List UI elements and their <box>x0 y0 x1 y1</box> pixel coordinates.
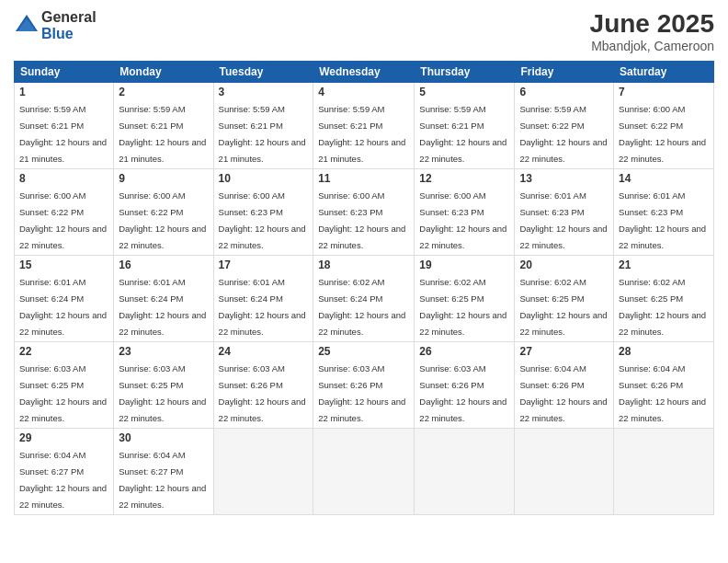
day-info: Sunrise: 6:00 AMSunset: 6:22 PMDaylight:… <box>19 190 107 250</box>
day-info: Sunrise: 6:00 AMSunset: 6:22 PMDaylight:… <box>619 104 706 164</box>
day-number: 17 <box>219 259 309 271</box>
day-info: Sunrise: 6:00 AMSunset: 6:23 PMDaylight:… <box>219 190 306 250</box>
day-info: Sunrise: 6:01 AMSunset: 6:23 PMDaylight:… <box>519 190 607 250</box>
calendar-subtitle: Mbandjok, Cameroon <box>590 39 714 53</box>
day-number: 6 <box>519 86 609 98</box>
day-info: Sunrise: 6:03 AMSunset: 6:26 PMDaylight:… <box>419 363 506 423</box>
day-number: 10 <box>219 172 309 185</box>
day-info: Sunrise: 6:01 AMSunset: 6:24 PMDaylight:… <box>119 277 206 337</box>
calendar-table: Sunday Monday Tuesday Wednesday Thursday… <box>14 61 714 515</box>
page: General Blue June 2025 Mbandjok, Cameroo… <box>0 0 728 563</box>
table-cell: 25 Sunrise: 6:03 AMSunset: 6:26 PMDaylig… <box>313 342 415 429</box>
day-info: Sunrise: 6:00 AMSunset: 6:22 PMDaylight:… <box>119 190 206 250</box>
title-block: June 2025 Mbandjok, Cameroon <box>590 9 714 53</box>
col-thursday: Thursday <box>415 62 515 83</box>
logo-text: General Blue <box>41 9 97 41</box>
day-number: 16 <box>119 259 208 271</box>
day-info: Sunrise: 6:02 AMSunset: 6:24 PMDaylight:… <box>318 277 405 337</box>
day-info: Sunrise: 5:59 AMSunset: 6:21 PMDaylight:… <box>318 104 405 164</box>
day-number: 20 <box>519 259 609 271</box>
table-cell: 19 Sunrise: 6:02 AMSunset: 6:25 PMDaylig… <box>415 256 515 342</box>
day-number: 12 <box>419 172 509 185</box>
table-cell <box>213 429 313 515</box>
table-cell: 15 Sunrise: 6:01 AMSunset: 6:24 PMDaylig… <box>15 256 114 342</box>
week-row-1: 1 Sunrise: 5:59 AMSunset: 6:21 PMDayligh… <box>15 83 714 169</box>
table-cell: 24 Sunrise: 6:03 AMSunset: 6:26 PMDaylig… <box>213 342 313 429</box>
day-number: 13 <box>519 172 609 185</box>
day-info: Sunrise: 5:59 AMSunset: 6:22 PMDaylight:… <box>519 104 607 164</box>
table-cell: 13 Sunrise: 6:01 AMSunset: 6:23 PMDaylig… <box>515 169 614 256</box>
table-cell: 23 Sunrise: 6:03 AMSunset: 6:25 PMDaylig… <box>114 342 213 429</box>
table-cell: 2 Sunrise: 5:59 AMSunset: 6:21 PMDayligh… <box>114 83 213 169</box>
table-cell: 11 Sunrise: 6:00 AMSunset: 6:23 PMDaylig… <box>313 169 415 256</box>
table-cell: 16 Sunrise: 6:01 AMSunset: 6:24 PMDaylig… <box>114 256 213 342</box>
table-cell: 20 Sunrise: 6:02 AMSunset: 6:25 PMDaylig… <box>515 256 614 342</box>
logo-general: General <box>41 9 97 26</box>
table-cell <box>415 429 515 515</box>
table-cell: 22 Sunrise: 6:03 AMSunset: 6:25 PMDaylig… <box>15 342 114 429</box>
week-row-3: 15 Sunrise: 6:01 AMSunset: 6:24 PMDaylig… <box>15 256 714 342</box>
header-row: Sunday Monday Tuesday Wednesday Thursday… <box>15 62 714 83</box>
day-number: 24 <box>219 345 309 358</box>
day-number: 30 <box>119 431 208 444</box>
day-info: Sunrise: 6:01 AMSunset: 6:24 PMDaylight:… <box>219 277 306 337</box>
col-saturday: Saturday <box>614 62 714 83</box>
day-info: Sunrise: 6:04 AMSunset: 6:27 PMDaylight:… <box>119 450 206 510</box>
day-number: 4 <box>318 86 409 98</box>
table-cell: 8 Sunrise: 6:00 AMSunset: 6:22 PMDayligh… <box>15 169 114 256</box>
table-cell: 30 Sunrise: 6:04 AMSunset: 6:27 PMDaylig… <box>114 429 213 515</box>
day-info: Sunrise: 6:01 AMSunset: 6:23 PMDaylight:… <box>619 190 706 250</box>
col-sunday: Sunday <box>15 62 114 83</box>
col-wednesday: Wednesday <box>313 62 415 83</box>
col-tuesday: Tuesday <box>213 62 313 83</box>
day-number: 22 <box>19 345 108 358</box>
day-info: Sunrise: 6:04 AMSunset: 6:26 PMDaylight:… <box>519 363 607 423</box>
table-cell: 5 Sunrise: 5:59 AMSunset: 6:21 PMDayligh… <box>415 83 515 169</box>
day-number: 21 <box>619 259 709 271</box>
day-info: Sunrise: 6:00 AMSunset: 6:23 PMDaylight:… <box>318 190 405 250</box>
day-number: 18 <box>318 259 409 271</box>
table-cell: 26 Sunrise: 6:03 AMSunset: 6:26 PMDaylig… <box>415 342 515 429</box>
day-info: Sunrise: 6:04 AMSunset: 6:27 PMDaylight:… <box>19 450 107 510</box>
day-number: 14 <box>619 172 709 185</box>
day-number: 15 <box>19 259 108 271</box>
table-cell <box>313 429 415 515</box>
table-cell: 28 Sunrise: 6:04 AMSunset: 6:26 PMDaylig… <box>614 342 714 429</box>
day-number: 27 <box>519 345 609 358</box>
day-info: Sunrise: 6:03 AMSunset: 6:26 PMDaylight:… <box>219 363 306 423</box>
day-number: 2 <box>119 86 208 98</box>
table-cell: 17 Sunrise: 6:01 AMSunset: 6:24 PMDaylig… <box>213 256 313 342</box>
col-monday: Monday <box>114 62 213 83</box>
day-number: 7 <box>619 86 709 98</box>
week-row-5: 29 Sunrise: 6:04 AMSunset: 6:27 PMDaylig… <box>15 429 714 515</box>
table-cell: 21 Sunrise: 6:02 AMSunset: 6:25 PMDaylig… <box>614 256 714 342</box>
table-cell <box>614 429 714 515</box>
table-cell: 27 Sunrise: 6:04 AMSunset: 6:26 PMDaylig… <box>515 342 614 429</box>
table-cell: 9 Sunrise: 6:00 AMSunset: 6:22 PMDayligh… <box>114 169 213 256</box>
week-row-4: 22 Sunrise: 6:03 AMSunset: 6:25 PMDaylig… <box>15 342 714 429</box>
day-info: Sunrise: 5:59 AMSunset: 6:21 PMDaylight:… <box>419 104 506 164</box>
table-cell: 7 Sunrise: 6:00 AMSunset: 6:22 PMDayligh… <box>614 83 714 169</box>
table-cell: 6 Sunrise: 5:59 AMSunset: 6:22 PMDayligh… <box>515 83 614 169</box>
day-number: 9 <box>119 172 208 185</box>
day-info: Sunrise: 5:59 AMSunset: 6:21 PMDaylight:… <box>119 104 206 164</box>
day-number: 26 <box>419 345 509 358</box>
calendar-title: June 2025 <box>590 9 714 39</box>
table-cell <box>515 429 614 515</box>
table-cell: 10 Sunrise: 6:00 AMSunset: 6:23 PMDaylig… <box>213 169 313 256</box>
day-info: Sunrise: 6:00 AMSunset: 6:23 PMDaylight:… <box>419 190 506 250</box>
table-cell: 14 Sunrise: 6:01 AMSunset: 6:23 PMDaylig… <box>614 169 714 256</box>
logo-blue: Blue <box>41 26 97 42</box>
day-number: 29 <box>19 431 108 444</box>
day-info: Sunrise: 6:02 AMSunset: 6:25 PMDaylight:… <box>519 277 607 337</box>
day-info: Sunrise: 6:02 AMSunset: 6:25 PMDaylight:… <box>419 277 506 337</box>
day-number: 1 <box>19 86 108 98</box>
day-info: Sunrise: 6:04 AMSunset: 6:26 PMDaylight:… <box>619 363 706 423</box>
day-info: Sunrise: 6:02 AMSunset: 6:25 PMDaylight:… <box>619 277 706 337</box>
day-info: Sunrise: 5:59 AMSunset: 6:21 PMDaylight:… <box>19 104 107 164</box>
table-cell: 4 Sunrise: 5:59 AMSunset: 6:21 PMDayligh… <box>313 83 415 169</box>
col-friday: Friday <box>515 62 614 83</box>
day-number: 5 <box>419 86 509 98</box>
day-number: 11 <box>318 172 409 185</box>
day-info: Sunrise: 6:03 AMSunset: 6:26 PMDaylight:… <box>318 363 405 423</box>
